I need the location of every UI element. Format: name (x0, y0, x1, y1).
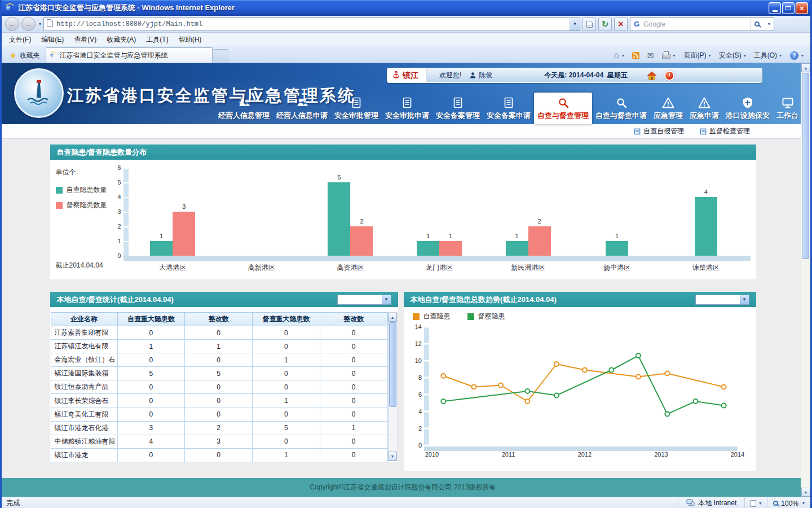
menu-编辑(E)[interactable]: 编辑(E) (36, 34, 69, 45)
scroll-up-icon[interactable]: ▲ (801, 63, 810, 72)
zone-label: 本地 Intranet (698, 498, 736, 508)
favorites-button[interactable]: ★ 收藏夹 (4, 48, 46, 63)
data-point (609, 368, 614, 373)
logout-button[interactable] (664, 71, 674, 81)
address-field[interactable]: http://localhost:8080/yjpt/Main.html ▼ (43, 17, 580, 31)
toolbar-工具(O)[interactable]: 工具(O)▾ (750, 49, 785, 62)
subnav-自查自报管理[interactable]: 自查自报管理 (634, 126, 684, 136)
feeds-button[interactable] (629, 49, 643, 62)
bar-value-label: 1 (417, 233, 439, 239)
nav-自查与督查管理[interactable]: 自查与督查管理 (534, 93, 592, 124)
copyright-text: Copyright©江苏省交通规划设计院股份有限公司 2013版权所有 (310, 483, 496, 492)
scroll-down-icon[interactable]: ▼ (801, 488, 810, 497)
menu-帮助(H)[interactable]: 帮助(H) (174, 34, 207, 45)
search-box[interactable]: G Google ▾ (630, 17, 774, 31)
compatibility-button[interactable] (582, 17, 596, 31)
doc-icon (502, 97, 515, 109)
table-row[interactable]: 镇江奇美化工有限0000 (51, 408, 387, 421)
bar-自查隐患数量-新民洲港区: 1 (506, 241, 528, 256)
data-point (636, 375, 640, 379)
forward-button[interactable]: → (21, 17, 36, 31)
bar-value-label: 2 (350, 218, 373, 225)
weekday: 星期五 (607, 71, 628, 79)
table-row[interactable]: 镇江恒泰沥青产品0000 (51, 380, 387, 394)
nav-经营人信息管理[interactable]: 经营人信息管理 (215, 93, 273, 124)
legend-swatch (467, 313, 474, 320)
doc-icon (634, 128, 641, 135)
history-dropdown-icon[interactable]: ▾ (39, 21, 41, 27)
nav-安全备案申请[interactable]: 安全备案申请 (483, 93, 534, 124)
category-label: 新民洲港区 (484, 263, 573, 273)
back-button[interactable]: ← (5, 17, 19, 31)
table-header-row: 企业名称自查重大隐患数整改数督查重大隐患数整改数 (51, 313, 387, 326)
y-tick: 6 (117, 164, 121, 172)
bar-督察隐患数量-龙门港区: 1 (439, 241, 462, 256)
menu-文件(F)[interactable]: 文件(F) (4, 34, 36, 45)
data-point (525, 389, 529, 393)
nav-安全审批管理[interactable]: 安全审批管理 (331, 93, 382, 124)
maximize-button[interactable] (782, 2, 795, 14)
subnav-监督检查管理[interactable]: 监督检查管理 (700, 126, 750, 136)
portal-home-button[interactable] (647, 71, 657, 80)
print-button[interactable]: ▾ (659, 49, 679, 62)
y-tick: 2 (418, 425, 421, 432)
minimize-button[interactable] (769, 2, 781, 14)
nav-应急管理[interactable]: 应急管理 (650, 93, 686, 124)
zoom-control[interactable]: 100% ▾ (767, 497, 810, 508)
close-button[interactable]: × (796, 2, 808, 14)
menu-工具(T)[interactable]: 工具(T) (141, 34, 173, 45)
table-row[interactable]: 镇江李长荣综合石0010 (51, 394, 387, 408)
table-row[interactable]: 江苏镇江发电有限1100 (51, 340, 387, 353)
toolbar-安全(S)[interactable]: 安全(S)▾ (715, 49, 750, 62)
bar-plot-area: 1352111214 大港港区高新港区高资港区龙门港区新民洲港区扬中港区谏壁港区 (123, 168, 751, 273)
new-tab-stub[interactable] (214, 49, 228, 63)
table-filter-select[interactable]: ▼ (337, 295, 391, 305)
bar-value-label: 3 (173, 203, 195, 210)
table-row[interactable]: 镇江市港龙0010 (51, 448, 387, 462)
nav-工作台[interactable]: 工作台 (773, 93, 802, 124)
nav-应急申请[interactable]: 应急申请 (686, 93, 722, 124)
scroll-down-icon[interactable]: ▼ (389, 452, 397, 461)
nav-经营人信息申请[interactable]: 经营人信息申请 (273, 93, 331, 124)
stop-icon: × (618, 20, 623, 29)
search-dropdown-icon[interactable]: ▾ (765, 21, 774, 27)
y-tick: 0 (117, 252, 121, 260)
address-dropdown-button[interactable]: ▼ (570, 18, 580, 30)
nav-自查与督查申请[interactable]: 自查与督查申请 (592, 93, 650, 124)
trend-filter-select[interactable]: ▼ (695, 295, 749, 305)
page-scroll-thumb[interactable] (802, 73, 809, 259)
legend-swatch (56, 187, 63, 194)
table-row[interactable]: 镇江市港龙石化港3251 (51, 421, 387, 435)
menu-查看(V)[interactable]: 查看(V) (69, 34, 102, 45)
table-row[interactable]: 金海宏业（镇江）石0010 (51, 353, 387, 367)
toolbar-页面(P)[interactable]: 页面(P)▾ (680, 49, 715, 62)
rss-icon (632, 52, 639, 59)
doc-icon (401, 97, 413, 109)
bar-value-label: 1 (150, 233, 173, 239)
stop-button[interactable]: × (614, 17, 628, 31)
page-scrollbar[interactable]: ▲ ▼ (801, 63, 810, 497)
table-row[interactable]: 中储粮镇江粮油有限4300 (51, 435, 387, 448)
table-row[interactable]: 江苏索普集团有限0000 (51, 326, 387, 340)
data-point (554, 393, 558, 398)
table-scrollbar[interactable]: ▲ ▼ (388, 312, 398, 461)
nav-安全备案管理[interactable]: 安全备案管理 (433, 93, 483, 124)
table-row[interactable]: 镇江港国际集装箱5500 (51, 367, 387, 380)
search-button[interactable] (750, 18, 764, 30)
refresh-button[interactable]: ↻ (598, 17, 612, 31)
read-mail-button[interactable]: ✉ (644, 49, 657, 62)
menu-收藏夹(A)[interactable]: 收藏夹(A) (102, 34, 141, 45)
home-button[interactable]: ⌂▾ (610, 49, 628, 62)
browser-tab[interactable]: e 江苏省港口安全监管与应急管理系统 (46, 47, 213, 63)
date-value: 2014-04-04 (569, 71, 603, 79)
category-label: 高新港区 (217, 263, 306, 273)
scroll-up-icon[interactable]: ▲ (389, 313, 397, 322)
bar-panel-header: 自查隐患/督查隐患数量分布 (50, 144, 756, 160)
nav-安全审批申请[interactable]: 安全审批申请 (382, 93, 433, 124)
help-button[interactable]: ?▾ (787, 49, 807, 62)
category-label: 大港港区 (129, 263, 218, 273)
bar-督察隐患数量-大港港区: 3 (173, 212, 195, 256)
nav-港口设施保安[interactable]: 港口设施保安 (722, 93, 773, 124)
table-scroll-thumb[interactable] (389, 322, 396, 407)
status-widget[interactable]: ▾ (744, 497, 767, 508)
